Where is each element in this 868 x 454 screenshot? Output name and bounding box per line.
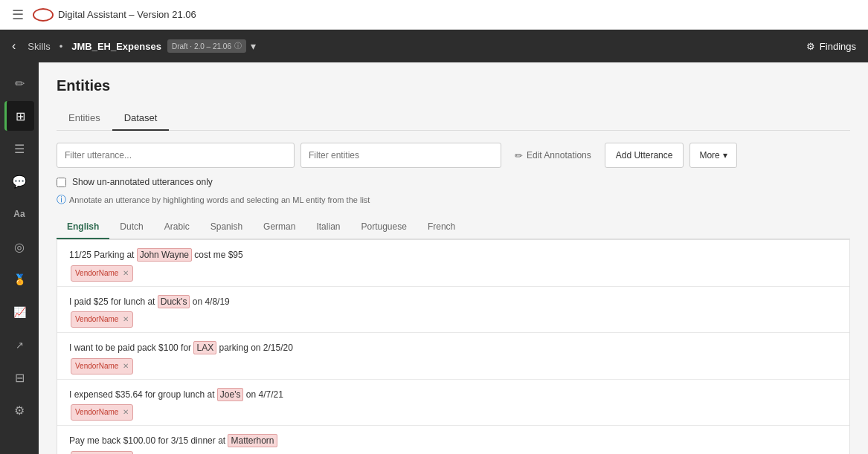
top-bar: ☰ Digital Assistant – Version 21.06 [0, 0, 868, 30]
tag-remove-icon[interactable]: ✕ [123, 269, 129, 277]
utterance-text-pre: I expensed $35.64 for group lunch at [69, 389, 217, 400]
lang-tab-portuguese[interactable]: Portuguese [350, 215, 417, 239]
vendor-tag: VendorName ✕ [71, 404, 133, 421]
utterance-text-pre: I paid $25 for lunch at [69, 296, 158, 307]
vendor-tag: VendorName ✕ [71, 265, 133, 282]
skill-name-label: JMB_EH_Expenses [71, 41, 161, 52]
vendor-highlight: Matterhorn [228, 434, 277, 447]
sidebar: ✏ ⊞ ☰ 💬 Aa ◎ 🏅 📈 ↗ ⊟ ⚙ [0, 62, 39, 454]
lang-tab-spanish[interactable]: Spanish [200, 215, 253, 239]
sidebar-item-entities[interactable]: ⊞ [4, 101, 34, 131]
content-area: Entities Entities Dataset ✏ Edit Annotat… [39, 62, 868, 454]
back-button[interactable]: ‹ [12, 39, 16, 53]
draft-badge-text: Draft · 2.0 – 21.06 [172, 42, 231, 51]
vendor-highlight: LAX [193, 341, 216, 354]
checkbox-row: Show un-annotated utterances only [57, 177, 850, 187]
tag-row: VendorName ✕ [69, 404, 838, 421]
utterance-text-post: on 4/7/21 [246, 389, 283, 400]
vendor-tag: VendorName ✕ [71, 358, 133, 374]
sidebar-item-medal[interactable]: 🏅 [4, 265, 34, 294]
page-title: Entities [57, 77, 850, 94]
utterance-list: 11/25 Parking at John Wayne cost me $95 … [57, 239, 850, 454]
lang-tab-arabic[interactable]: Arabic [154, 215, 200, 239]
sidebar-item-circle[interactable]: ◎ [4, 232, 34, 262]
logo-oval [33, 8, 54, 22]
sidebar-item-chart[interactable]: 📈 [4, 297, 34, 327]
menu-icon[interactable]: ☰ [12, 7, 24, 23]
main-content: Entities Entities Dataset ✏ Edit Annotat… [39, 62, 868, 454]
utterance-text-post: parking on 2/15/20 [219, 343, 292, 353]
unannotated-checkbox[interactable] [57, 178, 66, 187]
draft-badge: Draft · 2.0 – 21.06 ⓘ [167, 39, 246, 53]
filters-row: ✏ Edit Annotations Add Utterance More ▾ [57, 143, 850, 168]
findings-button[interactable]: ⚙ Findings [806, 41, 856, 52]
lang-tab-english[interactable]: English [57, 215, 109, 239]
vendor-highlight: Duck's [158, 295, 190, 308]
lang-tab-dutch[interactable]: Dutch [109, 215, 153, 239]
lang-tab-french[interactable]: French [417, 215, 466, 239]
sidebar-item-chat[interactable]: 💬 [4, 166, 34, 196]
utterance-text-post: cost me $95 [194, 250, 242, 260]
edit-annotations-label: Edit Annotations [527, 150, 591, 160]
utterance-text-pre: 11/25 Parking at [69, 250, 137, 260]
filter-entities-input[interactable] [300, 143, 501, 168]
table-row[interactable]: I expensed $35.64 for group lunch at Joe… [57, 380, 849, 427]
page-tabs: Entities Dataset [57, 106, 850, 131]
findings-label: Findings [820, 41, 856, 52]
sidebar-item-resource[interactable]: ⊟ [4, 363, 34, 392]
sidebar-item-settings[interactable]: ⚙ [4, 395, 34, 425]
tab-entities[interactable]: Entities [57, 106, 112, 131]
skill-header-bar: ‹ Skills • JMB_EH_Expenses Draft · 2.0 –… [0, 30, 868, 62]
info-text: Annotate an utterance by highlighting wo… [69, 195, 370, 204]
skill-chevron-icon[interactable]: ▾ [251, 40, 256, 52]
tag-row: VendorName ✕ [69, 265, 838, 282]
breadcrumb-separator: • [60, 41, 63, 52]
utterance-text-pre: I want to be paid pack $100 for [69, 343, 193, 353]
filter-utterance-input[interactable] [57, 143, 295, 168]
draft-info-icon[interactable]: ⓘ [234, 41, 242, 51]
vendor-tag: VendorName ✕ [71, 311, 133, 328]
table-row[interactable]: Pay me back $100.00 for 3/15 dinner at M… [57, 426, 849, 454]
table-row[interactable]: 11/25 Parking at John Wayne cost me $95 … [57, 240, 849, 287]
tab-dataset[interactable]: Dataset [112, 106, 170, 131]
tag-row: VendorName ✕ [69, 358, 838, 374]
tag-remove-icon[interactable]: ✕ [123, 362, 129, 370]
lang-tab-german[interactable]: German [253, 215, 306, 239]
more-button[interactable]: More ▾ [689, 143, 736, 168]
more-chevron-icon: ▾ [723, 150, 727, 160]
table-row[interactable]: I paid $25 for lunch at Duck's on 4/8/19… [57, 287, 849, 334]
edit-pencil-icon: ✏ [515, 150, 523, 161]
unannotated-label: Show un-annotated utterances only [72, 177, 213, 187]
sidebar-item-translate[interactable]: Aa [4, 199, 34, 229]
tag-remove-icon[interactable]: ✕ [123, 315, 129, 323]
lang-tab-italian[interactable]: Italian [306, 215, 350, 239]
sidebar-item-signal[interactable]: ↗ [4, 330, 34, 360]
add-utterance-button[interactable]: Add Utterance [605, 143, 684, 168]
edit-annotations-button[interactable]: ✏ Edit Annotations [507, 146, 599, 166]
sidebar-item-edit[interactable]: ✏ [4, 68, 34, 98]
breadcrumb-skills: Skills [28, 41, 50, 52]
draft-badge-container: Draft · 2.0 – 21.06 ⓘ ▾ [167, 39, 256, 53]
header-left: ‹ Skills • JMB_EH_Expenses Draft · 2.0 –… [12, 39, 256, 53]
utterance-text-pre: Pay me back $100.00 for 3/15 dinner at [69, 435, 228, 446]
tag-remove-icon[interactable]: ✕ [123, 408, 129, 416]
info-note: ⓘ Annotate an utterance by highlighting … [57, 193, 850, 207]
app-logo: Digital Assistant – Version 21.06 [33, 8, 196, 22]
utterance-text-post: on 4/8/19 [193, 296, 230, 307]
findings-gear-icon: ⚙ [806, 41, 815, 52]
table-row[interactable]: I want to be paid pack $100 for LAX park… [57, 333, 849, 380]
tag-row: VendorName ✕ [69, 451, 838, 454]
language-tabs: English Dutch Arabic Spanish German Ital… [57, 215, 850, 239]
sidebar-item-list[interactable]: ☰ [4, 134, 34, 163]
app-title: Digital Assistant – Version 21.06 [58, 9, 196, 20]
info-icon: ⓘ [57, 193, 66, 207]
vendor-highlight: John Wayne [137, 248, 192, 262]
vendor-highlight: Joe's [217, 388, 244, 401]
vendor-tag: VendorName ✕ [71, 451, 133, 454]
tag-row: VendorName ✕ [69, 311, 838, 328]
more-label: More [699, 150, 719, 160]
